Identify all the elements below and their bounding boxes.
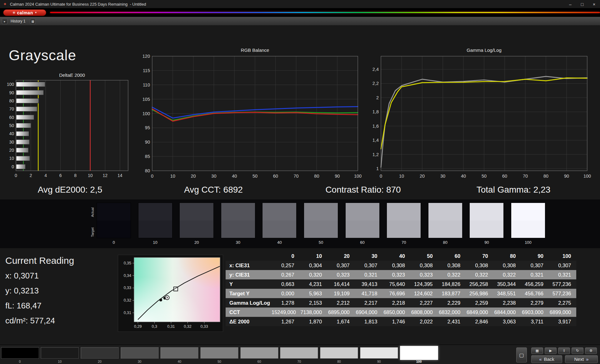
svg-text:80: 80 bbox=[314, 174, 319, 179]
tab-history-1[interactable]: History 1 bbox=[11, 19, 25, 23]
eject-icon: ⇪ bbox=[562, 349, 565, 353]
grayscale-swatch-40 bbox=[262, 203, 297, 238]
table-header-cell: 20 bbox=[327, 253, 355, 259]
table-cell: 0,321 bbox=[521, 272, 548, 278]
table-cell: 0,321 bbox=[355, 272, 382, 278]
svg-text:8: 8 bbox=[74, 173, 77, 178]
pattern-patch-100[interactable] bbox=[400, 346, 438, 360]
table-cell: 0,304 bbox=[299, 263, 327, 268]
loop-icon: ↻ bbox=[576, 349, 579, 353]
svg-text:1,8: 1,8 bbox=[372, 109, 379, 114]
table-row: Target Y0,0005,96319,10941,71876,696124,… bbox=[226, 289, 576, 298]
table-cell: 2,022 bbox=[410, 319, 438, 325]
window-title: Calman 2024 Calman Ultimate for Business… bbox=[10, 2, 146, 7]
grayscale-swatch-10 bbox=[138, 203, 172, 238]
table-row-label: y: CIE31 bbox=[226, 272, 272, 278]
pattern-window-button[interactable]: ▢ bbox=[516, 347, 527, 362]
grayscale-swatch-60 bbox=[345, 203, 380, 238]
table-cell: 2,218 bbox=[382, 300, 410, 306]
pattern-patch-0[interactable] bbox=[1, 347, 39, 359]
svg-text:60: 60 bbox=[273, 174, 278, 179]
expand-panel-button[interactable]: ▸ bbox=[2, 18, 8, 24]
play-button[interactable]: ▶ bbox=[545, 347, 557, 354]
table-cell: 1,870 bbox=[299, 319, 327, 325]
table-cell: 0,321 bbox=[548, 272, 576, 278]
table-row: y: CIE310,2670,3200,3230,3210,3230,3230,… bbox=[226, 270, 576, 279]
table-cell: 4,231 bbox=[299, 281, 327, 287]
pattern-patch-90[interactable] bbox=[360, 347, 398, 359]
table-cell: 577,236 bbox=[548, 291, 576, 297]
table-cell: 6899,000 bbox=[548, 309, 576, 315]
table-cell: 2,217 bbox=[355, 300, 382, 306]
next-button[interactable]: Next » bbox=[565, 355, 598, 363]
pattern-patch-70[interactable] bbox=[280, 347, 318, 359]
svg-text:40: 40 bbox=[232, 174, 237, 179]
next-label: Next bbox=[574, 357, 584, 362]
pattern-settings-button[interactable]: ⚙ bbox=[585, 347, 597, 354]
svg-text:105: 105 bbox=[142, 97, 150, 102]
svg-text:0,33: 0,33 bbox=[200, 324, 208, 329]
maximize-button[interactable]: □ bbox=[576, 0, 588, 8]
table-row-label: Y bbox=[226, 281, 272, 287]
svg-text:100: 100 bbox=[583, 174, 591, 179]
table-cell: 350,344 bbox=[493, 281, 521, 287]
pattern-patch-50[interactable] bbox=[200, 347, 238, 359]
loop-button[interactable]: ↻ bbox=[572, 347, 583, 354]
svg-text:0,33: 0,33 bbox=[124, 286, 131, 290]
calman-logo-button[interactable]: ✳ calman ▼ bbox=[3, 9, 46, 16]
table-cell: 1,674 bbox=[327, 319, 355, 325]
grayscale-swatch-100 bbox=[511, 203, 545, 238]
table-cell: 348,551 bbox=[493, 291, 521, 297]
svg-text:50: 50 bbox=[9, 123, 14, 128]
pattern-patch-label: 30 bbox=[121, 360, 159, 363]
pattern-patch-label: 70 bbox=[280, 360, 318, 363]
pattern-patch-20[interactable] bbox=[81, 347, 119, 359]
table-row-label: x: CIE31 bbox=[226, 263, 272, 268]
svg-text:2,4: 2,4 bbox=[372, 67, 379, 72]
table-row-label: ΔE 2000 bbox=[226, 319, 272, 325]
minimize-button[interactable]: – bbox=[564, 0, 576, 8]
svg-text:12: 12 bbox=[103, 173, 108, 178]
back-button[interactable]: « Back bbox=[531, 355, 562, 363]
pattern-patch-40[interactable] bbox=[160, 347, 198, 359]
svg-text:0,29: 0,29 bbox=[134, 324, 142, 329]
table-header-cell: 80 bbox=[493, 253, 521, 259]
table-cell: 0,308 bbox=[410, 263, 438, 268]
table-cell: 75,640 bbox=[382, 281, 410, 287]
table-cell: 6895,000 bbox=[327, 309, 355, 315]
table-cell: 2,846 bbox=[465, 319, 493, 325]
close-button[interactable]: × bbox=[588, 0, 600, 8]
table-cell: 0,323 bbox=[410, 272, 438, 278]
avg-de2000-stat: Avg dE2000: 2,5 bbox=[38, 185, 102, 195]
pattern-patch-label: 20 bbox=[81, 360, 119, 363]
pattern-patch-10[interactable] bbox=[41, 347, 79, 359]
svg-text:95: 95 bbox=[145, 125, 150, 130]
pattern-patch-60[interactable] bbox=[240, 347, 278, 359]
svg-text:40: 40 bbox=[9, 131, 14, 136]
table-cell: 0,307 bbox=[521, 263, 548, 268]
swatch-level-label: 60 bbox=[345, 240, 380, 245]
table-cell: 6849,000 bbox=[465, 309, 493, 315]
pattern-patch-label: 10 bbox=[41, 360, 79, 363]
table-cell: 2,275 bbox=[548, 300, 576, 306]
table-cell: 256,258 bbox=[465, 281, 493, 287]
svg-text:6: 6 bbox=[59, 173, 62, 178]
svg-text:DeltaE 2000: DeltaE 2000 bbox=[59, 72, 85, 78]
svg-text:RGB Balance: RGB Balance bbox=[241, 47, 269, 53]
svg-text:0,31: 0,31 bbox=[124, 311, 131, 315]
eject-button[interactable]: ⇪ bbox=[558, 347, 570, 354]
table-header-cell: 70 bbox=[465, 253, 493, 259]
popout-button[interactable]: ▦ bbox=[30, 18, 36, 24]
svg-text:80: 80 bbox=[145, 168, 150, 173]
svg-text:60: 60 bbox=[9, 115, 14, 120]
gear-icon: ⚙ bbox=[589, 349, 592, 353]
svg-text:1,2: 1,2 bbox=[372, 152, 379, 157]
table-cell: 0,663 bbox=[272, 281, 299, 287]
svg-text:90: 90 bbox=[335, 174, 340, 179]
table-cell: 0,000 bbox=[272, 291, 299, 297]
grid-pattern-button[interactable]: ▦ bbox=[531, 347, 543, 354]
swatch-level-label: 100 bbox=[511, 240, 545, 245]
pattern-patch-80[interactable] bbox=[320, 347, 358, 359]
pattern-patch-30[interactable] bbox=[121, 347, 159, 359]
pattern-window-icon: ▢ bbox=[519, 352, 524, 358]
